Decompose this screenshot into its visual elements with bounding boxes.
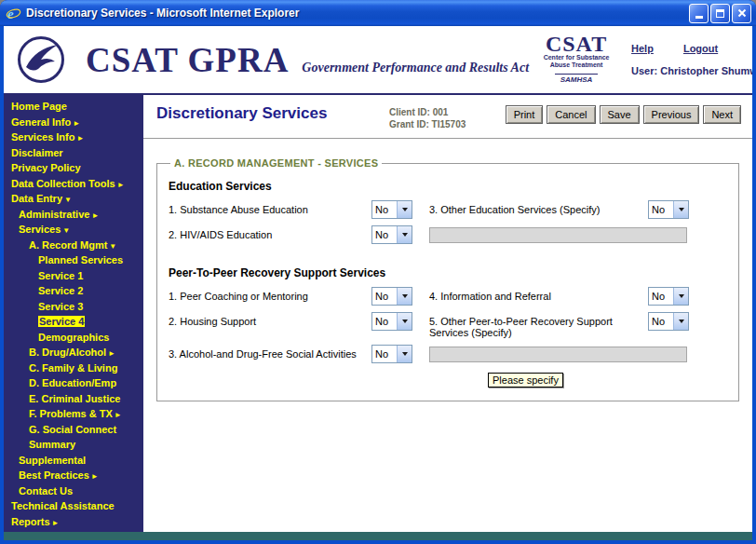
sidebar-item-disclaimer[interactable]: Disclaimer — [4, 146, 143, 162]
submenu-arrow-icon: ► — [76, 134, 84, 143]
print-button[interactable]: Print — [506, 105, 544, 124]
housing-support-select[interactable]: No — [371, 312, 412, 331]
peer-recovery-heading: Peer-To-Peer Recovery Support Services — [169, 266, 727, 279]
sidebar-item-criminal-justice[interactable]: E. Criminal Justice — [4, 392, 143, 408]
submenu-arrow-icon: ► — [52, 519, 60, 527]
sidebar-nav: Home Page General Info► Services Info► D… — [4, 95, 143, 532]
submenu-arrow-icon: ▼ — [109, 242, 116, 251]
other-education-services-select[interactable]: No — [648, 200, 689, 219]
alcohol-drug-free-social-select[interactable]: No — [371, 345, 412, 363]
maximize-button[interactable] — [710, 4, 730, 23]
fieldset-legend: A. RECORD MANAGEMENT - SERVICES — [170, 157, 382, 169]
page-title: Discretionary Services — [156, 104, 389, 123]
submenu-arrow-icon: ▼ — [62, 226, 70, 235]
next-button[interactable]: Next — [703, 105, 741, 124]
sidebar-item-administrative[interactable]: Administrative► — [4, 208, 143, 224]
sidebar-item-services[interactable]: Services▼ — [4, 223, 143, 238]
sidebar-item-service-4[interactable]: Service 4 — [4, 315, 143, 331]
brand-tagline: Government Performance and Results Act — [302, 61, 529, 75]
sidebar-item-technical-assistance[interactable]: Technical Assistance — [4, 499, 143, 515]
sidebar-item-data-collection-tools[interactable]: Data Collection Tools► — [4, 177, 143, 193]
chevron-down-icon — [673, 201, 688, 218]
sidebar-item-contact-us[interactable]: Contact Us — [4, 484, 143, 500]
submenu-arrow-icon: ► — [73, 119, 80, 128]
account-block: Help Logout User: Christopher Shumway — [631, 43, 752, 76]
submenu-arrow-icon: ► — [91, 211, 99, 220]
sidebar-item-service-2[interactable]: Service 2 — [4, 284, 143, 300]
brand-title: CSAT GPRA — [86, 43, 289, 77]
other-peer-recovery-specify-input — [429, 347, 687, 362]
please-specify-tooltip: Please specify — [488, 373, 563, 388]
chevron-down-icon — [673, 313, 688, 330]
chevron-down-icon — [397, 313, 412, 330]
sidebar-item-social-connect[interactable]: G. Social Connect — [4, 423, 143, 439]
minimize-icon — [695, 16, 703, 19]
help-link[interactable]: Help — [631, 43, 654, 54]
peer-coaching-label: 1. Peer Coaching or Mentoring — [169, 287, 371, 302]
brand-block: CSAT GPRA Government Performance and Res… — [86, 43, 529, 77]
csat-logo-line1: Center for Substance — [529, 54, 624, 61]
minimize-button[interactable] — [689, 4, 709, 23]
maximize-icon — [716, 9, 724, 18]
header-separator — [143, 138, 752, 139]
sidebar-item-best-practices[interactable]: Best Practices► — [4, 469, 143, 484]
sidebar-item-reports[interactable]: Reports► — [4, 515, 143, 531]
sidebar-item-demographics[interactable]: Demographics — [4, 331, 143, 347]
education-services-heading: Education Services — [169, 180, 727, 193]
peer-coaching-select[interactable]: No — [371, 287, 412, 306]
chevron-down-icon — [397, 346, 412, 362]
sidebar-item-home-page[interactable]: Home Page — [4, 100, 143, 116]
close-icon — [737, 8, 747, 18]
client-grant-ids: Client ID: 001 Grant ID: TI15703 — [389, 104, 506, 130]
main-content: Discretionary Services Client ID: 001 Gr… — [143, 95, 752, 532]
status-strip — [4, 532, 752, 540]
other-education-specify-input — [429, 227, 687, 243]
cancel-button[interactable]: Cancel — [547, 105, 595, 124]
client-id: Client ID: 001 — [389, 106, 506, 118]
sidebar-item-summary[interactable]: Summary — [4, 438, 143, 454]
alcohol-drug-free-social-label: 3. Alcohol-and Drug-Free Social Activiti… — [169, 345, 371, 360]
save-button[interactable]: Save — [600, 105, 640, 124]
sidebar-item-supplemental[interactable]: Supplemental — [4, 454, 143, 469]
chevron-down-icon — [397, 288, 412, 305]
sidebar-item-services-info[interactable]: Services Info► — [4, 130, 143, 146]
sidebar-item-data-entry[interactable]: Data Entry▼ — [4, 192, 143, 208]
logged-in-user: User: Christopher Shumway — [631, 65, 752, 76]
sidebar-item-record-mgmt[interactable]: A. Record Mgmt▼ — [4, 238, 143, 254]
sidebar-item-family-living[interactable]: C. Family & Living — [4, 361, 143, 377]
sidebar-item-planned-services[interactable]: Planned Services — [4, 253, 143, 269]
submenu-arrow-icon: ► — [117, 181, 125, 189]
sidebar-item-general-info[interactable]: General Info► — [4, 116, 143, 131]
csat-logo-title: CSAT — [529, 34, 624, 54]
substance-abuse-education-select[interactable]: No — [371, 200, 412, 219]
previous-button[interactable]: Previous — [643, 105, 700, 124]
ie-icon[interactable]: e — [6, 6, 21, 21]
other-peer-recovery-label: 5. Other Peer-to-Peer Recovery Support S… — [429, 312, 648, 338]
chevron-down-icon — [673, 288, 688, 305]
information-referral-label: 4. Information and Referral — [429, 287, 648, 302]
hiv-aids-education-select[interactable]: No — [371, 225, 412, 244]
other-peer-recovery-select[interactable]: No — [648, 312, 689, 331]
title-bar[interactable]: e Discretionary Services - Microsoft Int… — [0, 0, 756, 26]
csat-logo-line2: Abuse Treatment — [529, 61, 624, 69]
sidebar-item-service-3[interactable]: Service 3 — [4, 300, 143, 316]
sidebar-item-drug-alcohol[interactable]: B. Drug/Alcohol► — [4, 346, 143, 361]
sidebar-item-service-1[interactable]: Service 1 — [4, 269, 143, 285]
csat-logo: CSAT Center for Substance Abuse Treatmen… — [529, 34, 624, 86]
sidebar-item-education-emp[interactable]: D. Education/Emp — [4, 376, 143, 392]
app-header: CSAT GPRA Government Performance and Res… — [4, 26, 752, 95]
hhs-logo — [17, 35, 65, 84]
submenu-arrow-icon: ► — [91, 472, 99, 481]
action-buttons: Print Cancel Save Previous Next — [506, 104, 741, 124]
svg-text:e: e — [7, 7, 14, 21]
chevron-down-icon — [397, 201, 412, 218]
sidebar-item-problems-tx[interactable]: F. Problems & TX► — [4, 407, 143, 423]
logout-link[interactable]: Logout — [683, 43, 718, 54]
sidebar-item-privacy-policy[interactable]: Privacy Policy — [4, 161, 143, 177]
other-education-services-label: 3. Other Education Services (Specify) — [429, 200, 648, 215]
submenu-arrow-icon: ► — [108, 349, 115, 358]
close-button[interactable] — [732, 4, 751, 23]
information-referral-select[interactable]: No — [648, 287, 689, 306]
submenu-arrow-icon: ► — [115, 411, 122, 419]
chevron-down-icon — [397, 226, 412, 243]
